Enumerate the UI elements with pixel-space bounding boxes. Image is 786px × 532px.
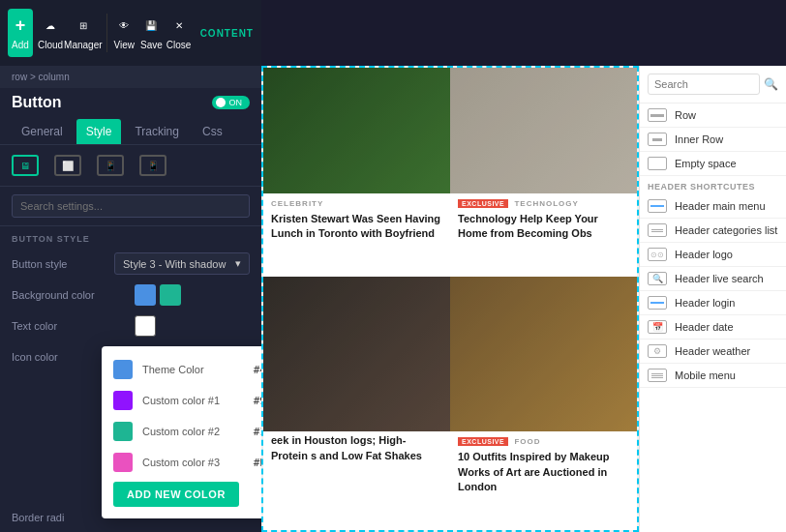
left-panel: row > column Button ON General Style Tra… xyxy=(0,66,261,532)
mobile-menu-label: Mobile menu xyxy=(675,369,736,381)
color-option-custom3[interactable]: Custom color #3 #EA51BF xyxy=(102,447,261,478)
save-label: Save xyxy=(140,40,163,50)
close-icon: ✕ xyxy=(169,16,189,36)
tab-style[interactable]: Style xyxy=(76,119,122,144)
header-categories-label: Header categories list xyxy=(675,224,777,236)
article-img-0 xyxy=(263,68,450,193)
header-search-icon: 🔍 xyxy=(648,272,667,285)
toggle-dot xyxy=(216,98,226,107)
right-item-header-search[interactable]: 🔍 Header live search xyxy=(640,267,786,291)
panel-title: Button xyxy=(12,94,62,111)
view-icon: 👁 xyxy=(114,16,134,36)
tab-css[interactable]: Css xyxy=(193,119,232,144)
custom3-color-hex: #EA51BF xyxy=(254,457,261,469)
text-color-row: Text color xyxy=(0,310,261,341)
theme-color-hex: #4A90E2 xyxy=(254,364,261,376)
bg-color-swatch-teal[interactable] xyxy=(160,284,181,306)
color-option-custom2[interactable]: Custom color #2 #1EB593 xyxy=(102,416,261,447)
search-input[interactable] xyxy=(12,194,250,218)
tab-general[interactable]: General xyxy=(12,119,73,144)
bg-color-swatch-blue[interactable] xyxy=(135,284,156,306)
save-button[interactable]: 💾 Save xyxy=(137,4,165,62)
right-search-input[interactable] xyxy=(648,74,760,95)
toggle-switch[interactable]: ON xyxy=(212,96,251,109)
header-categories-icon xyxy=(648,223,667,237)
manager-icon: ⊞ xyxy=(74,16,93,36)
cloud-button[interactable]: ☁ Cloud xyxy=(37,4,64,62)
color-option-theme[interactable]: Theme Color #4A90E2 xyxy=(102,354,261,385)
toolbar-separator xyxy=(106,14,107,52)
button-style-select[interactable]: Style 3 - With shadow ▾ xyxy=(114,252,250,275)
right-sidebar: 🔍 Row Inner Row Empty space Header short… xyxy=(639,66,786,532)
row-label: Row xyxy=(675,109,696,121)
toggle-label: ON xyxy=(229,98,243,107)
preview-grid: CELEBRITY Kristen Stewart Was Seen Havin… xyxy=(261,66,639,532)
right-item-inner-row[interactable]: Inner Row xyxy=(640,128,786,152)
row-icon xyxy=(648,108,667,122)
article-card-0: CELEBRITY Kristen Stewart Was Seen Havin… xyxy=(263,68,450,277)
right-item-header-main-menu[interactable]: Header main menu xyxy=(640,194,786,219)
text-color-swatch[interactable] xyxy=(135,315,156,337)
header-main-menu-label: Header main menu xyxy=(675,200,766,212)
theme-color-name: Theme Color xyxy=(142,364,244,375)
custom2-color-dot xyxy=(113,422,133,441)
custom1-color-hex: #9013FE xyxy=(254,395,261,407)
device-row: 🖥 ⬜ 📱 📱 xyxy=(0,145,261,187)
right-item-header-categories[interactable]: Header categories list xyxy=(640,219,786,243)
article-img-3 xyxy=(450,277,637,431)
button-style-row: Button style Style 3 - With shadow ▾ xyxy=(0,248,261,280)
header-date-icon: 📅 xyxy=(648,320,667,334)
inner-row-label: Inner Row xyxy=(675,133,723,145)
right-item-header-logo[interactable]: ⊙⊙ Header logo xyxy=(640,243,786,267)
article-category-1: EXCLUSIVE TECHNOLOGY xyxy=(450,193,637,210)
toolbar: + Add ☁ Cloud ⊞ Manager 👁 View 💾 Save ✕ … xyxy=(0,0,261,66)
right-item-mobile-menu[interactable]: Mobile menu xyxy=(640,364,786,388)
search-row xyxy=(0,187,261,226)
add-new-color-button[interactable]: ADD NEW COLOR xyxy=(113,482,239,507)
panel-tabs: General Style Tracking Css xyxy=(0,111,261,145)
manager-button[interactable]: ⊞ Manager xyxy=(64,4,102,62)
right-item-empty-space[interactable]: Empty space xyxy=(640,152,786,176)
article-title-1: Technology Help Keep Your Home from Beco… xyxy=(450,210,637,250)
view-button[interactable]: 👁 View xyxy=(110,4,137,62)
article-card-2: eek in Houston logs; High-Protein s and … xyxy=(263,277,450,530)
bg-color-label: Background color xyxy=(12,289,127,301)
button-style-value: Style 3 - With shadow xyxy=(123,258,226,270)
view-label: View xyxy=(113,40,135,50)
custom3-color-dot xyxy=(113,453,133,472)
desktop-icon[interactable]: 🖥 xyxy=(12,155,39,176)
panel-breadcrumb-row: row > column xyxy=(0,66,261,88)
article-title-3: 10 Outfits Inspired by Makeup Works of A… xyxy=(450,448,637,502)
close-label: Close xyxy=(166,40,192,50)
article-title-2: eek in Houston logs; High-Protein s and … xyxy=(263,431,450,471)
header-login-label: Header login xyxy=(675,297,735,309)
tablet-icon[interactable]: ⬜ xyxy=(54,155,81,176)
small-mobile-icon[interactable]: 📱 xyxy=(139,155,166,176)
article-category-3: EXCLUSIVE FOOD xyxy=(450,431,637,448)
color-option-custom1[interactable]: Custom color #1 #9013FE xyxy=(102,385,261,416)
mobile-menu-icon xyxy=(648,369,667,382)
right-item-header-login[interactable]: Header login xyxy=(640,291,786,315)
breadcrumb: row > column xyxy=(12,72,70,82)
header-date-label: Header date xyxy=(675,321,734,333)
right-item-header-date[interactable]: 📅 Header date xyxy=(640,315,786,340)
add-button[interactable]: + Add xyxy=(8,9,33,57)
empty-space-label: Empty space xyxy=(675,158,737,169)
close-button[interactable]: ✕ Close xyxy=(165,4,192,62)
mobile-icon[interactable]: 📱 xyxy=(97,155,124,176)
header-search-label: Header live search xyxy=(675,273,764,284)
open-in-row: Open in ne xyxy=(0,527,261,532)
exclusive-badge-1: EXCLUSIVE xyxy=(458,199,508,208)
right-item-header-weather[interactable]: ⚙ Header weather xyxy=(640,340,786,364)
tab-tracking[interactable]: Tracking xyxy=(125,119,189,144)
custom3-color-name: Custom color #3 xyxy=(142,457,244,468)
bg-color-control xyxy=(135,284,250,306)
header-logo-icon: ⊙⊙ xyxy=(648,248,667,261)
add-label: Add xyxy=(12,40,29,50)
custom1-color-name: Custom color #1 xyxy=(142,395,244,406)
save-icon: 💾 xyxy=(141,16,161,36)
right-item-row[interactable]: Row xyxy=(640,103,786,128)
theme-color-dot xyxy=(113,360,133,379)
empty-space-icon xyxy=(648,157,667,170)
search-icon: 🔍 xyxy=(764,77,778,91)
